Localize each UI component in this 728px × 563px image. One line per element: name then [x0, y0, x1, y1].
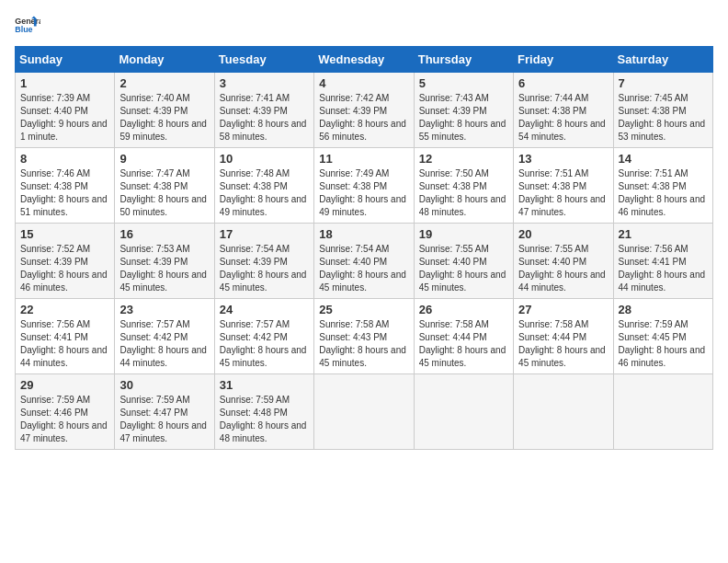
- calendar-cell: 11Sunrise: 7:49 AMSunset: 4:38 PMDayligh…: [314, 148, 414, 224]
- day-info: Sunrise: 7:59 AMSunset: 4:46 PMDaylight:…: [20, 395, 108, 443]
- day-number: 18: [319, 227, 408, 241]
- day-number: 7: [619, 76, 708, 90]
- day-info: Sunrise: 7:41 AMSunset: 4:39 PMDaylight:…: [220, 93, 307, 142]
- day-number: 6: [518, 76, 608, 90]
- calendar-cell: 9Sunrise: 7:47 AMSunset: 4:38 PMDaylight…: [115, 148, 214, 224]
- day-info: Sunrise: 7:57 AMSunset: 4:42 PMDaylight:…: [119, 319, 207, 368]
- calendar-cell: 29Sunrise: 7:59 AMSunset: 4:46 PMDayligh…: [16, 374, 115, 450]
- calendar-cell: 19Sunrise: 7:55 AMSunset: 4:40 PMDayligh…: [414, 224, 513, 299]
- day-info: Sunrise: 7:54 AMSunset: 4:39 PMDaylight:…: [220, 244, 307, 293]
- day-info: Sunrise: 7:59 AMSunset: 4:48 PMDaylight:…: [220, 395, 307, 443]
- day-number: 5: [419, 76, 508, 90]
- header-tuesday: Tuesday: [214, 47, 313, 73]
- calendar-cell: 26Sunrise: 7:58 AMSunset: 4:44 PMDayligh…: [414, 299, 513, 374]
- day-number: 28: [619, 303, 708, 316]
- calendar-cell: 13Sunrise: 7:51 AMSunset: 4:38 PMDayligh…: [514, 148, 613, 224]
- day-info: Sunrise: 7:53 AMSunset: 4:39 PMDaylight:…: [119, 244, 207, 293]
- day-info: Sunrise: 7:40 AMSunset: 4:39 PMDaylight:…: [119, 93, 207, 142]
- calendar-week-row: 29Sunrise: 7:59 AMSunset: 4:46 PMDayligh…: [16, 374, 713, 450]
- calendar-cell: 18Sunrise: 7:54 AMSunset: 4:40 PMDayligh…: [314, 224, 414, 299]
- day-info: Sunrise: 7:46 AMSunset: 4:38 PMDaylight:…: [20, 168, 108, 217]
- header-monday: Monday: [115, 47, 214, 73]
- day-info: Sunrise: 7:49 AMSunset: 4:38 PMDaylight:…: [319, 168, 406, 217]
- header-friday: Friday: [514, 47, 613, 73]
- day-info: Sunrise: 7:44 AMSunset: 4:38 PMDaylight:…: [518, 93, 606, 142]
- calendar-cell: 23Sunrise: 7:57 AMSunset: 4:42 PMDayligh…: [115, 299, 214, 374]
- day-info: Sunrise: 7:55 AMSunset: 4:40 PMDaylight:…: [419, 244, 506, 293]
- svg-text:Blue: Blue: [15, 25, 32, 34]
- day-number: 29: [20, 378, 109, 392]
- calendar-cell: 15Sunrise: 7:52 AMSunset: 4:39 PMDayligh…: [16, 224, 115, 299]
- day-number: 21: [619, 227, 708, 241]
- day-number: 11: [319, 152, 408, 166]
- day-info: Sunrise: 7:47 AMSunset: 4:38 PMDaylight:…: [119, 168, 207, 217]
- calendar-week-row: 8Sunrise: 7:46 AMSunset: 4:38 PMDaylight…: [16, 148, 713, 224]
- day-number: 8: [20, 152, 109, 166]
- calendar-cell: [414, 374, 513, 450]
- day-info: Sunrise: 7:58 AMSunset: 4:43 PMDaylight:…: [319, 319, 406, 368]
- header-wednesday: Wednesday: [314, 47, 414, 73]
- day-number: 25: [319, 303, 408, 316]
- header-saturday: Saturday: [613, 47, 712, 73]
- calendar-cell: 31Sunrise: 7:59 AMSunset: 4:48 PMDayligh…: [214, 374, 313, 450]
- day-number: 4: [319, 76, 408, 90]
- day-info: Sunrise: 7:54 AMSunset: 4:40 PMDaylight:…: [319, 244, 406, 293]
- calendar-cell: [613, 374, 712, 450]
- calendar-cell: 7Sunrise: 7:45 AMSunset: 4:38 PMDaylight…: [613, 73, 712, 148]
- day-info: Sunrise: 7:52 AMSunset: 4:39 PMDaylight:…: [20, 244, 108, 293]
- calendar-cell: 8Sunrise: 7:46 AMSunset: 4:38 PMDaylight…: [16, 148, 115, 224]
- logo-icon: General Blue: [15, 15, 40, 35]
- day-number: 22: [20, 303, 109, 316]
- day-number: 31: [220, 378, 309, 392]
- calendar-cell: 28Sunrise: 7:59 AMSunset: 4:45 PMDayligh…: [613, 299, 712, 374]
- day-info: Sunrise: 7:39 AMSunset: 4:40 PMDaylight:…: [20, 93, 108, 142]
- calendar-cell: [514, 374, 613, 450]
- day-info: Sunrise: 7:57 AMSunset: 4:42 PMDaylight:…: [220, 319, 307, 368]
- page-header: General Blue: [15, 15, 713, 35]
- day-info: Sunrise: 7:43 AMSunset: 4:39 PMDaylight:…: [419, 93, 506, 142]
- day-number: 27: [518, 303, 608, 316]
- calendar-cell: [314, 374, 414, 450]
- day-info: Sunrise: 7:45 AMSunset: 4:38 PMDaylight:…: [619, 93, 706, 142]
- day-number: 12: [419, 152, 508, 166]
- day-info: Sunrise: 7:56 AMSunset: 4:41 PMDaylight:…: [20, 319, 108, 368]
- day-info: Sunrise: 7:51 AMSunset: 4:38 PMDaylight:…: [619, 168, 706, 217]
- calendar-week-row: 22Sunrise: 7:56 AMSunset: 4:41 PMDayligh…: [16, 299, 713, 374]
- day-number: 19: [419, 227, 508, 241]
- day-number: 2: [119, 76, 209, 90]
- day-info: Sunrise: 7:48 AMSunset: 4:38 PMDaylight:…: [220, 168, 307, 217]
- calendar-cell: 25Sunrise: 7:58 AMSunset: 4:43 PMDayligh…: [314, 299, 414, 374]
- calendar-cell: 20Sunrise: 7:55 AMSunset: 4:40 PMDayligh…: [514, 224, 613, 299]
- calendar-cell: 30Sunrise: 7:59 AMSunset: 4:47 PMDayligh…: [115, 374, 214, 450]
- calendar-cell: 14Sunrise: 7:51 AMSunset: 4:38 PMDayligh…: [613, 148, 712, 224]
- day-info: Sunrise: 7:51 AMSunset: 4:38 PMDaylight:…: [518, 168, 606, 217]
- day-info: Sunrise: 7:55 AMSunset: 4:40 PMDaylight:…: [518, 244, 606, 293]
- calendar-cell: 6Sunrise: 7:44 AMSunset: 4:38 PMDaylight…: [514, 73, 613, 148]
- calendar-cell: 3Sunrise: 7:41 AMSunset: 4:39 PMDaylight…: [214, 73, 313, 148]
- day-number: 3: [220, 76, 309, 90]
- day-info: Sunrise: 7:58 AMSunset: 4:44 PMDaylight:…: [518, 319, 606, 368]
- day-info: Sunrise: 7:56 AMSunset: 4:41 PMDaylight:…: [619, 244, 706, 293]
- day-number: 20: [518, 227, 608, 241]
- calendar-week-row: 1Sunrise: 7:39 AMSunset: 4:40 PMDaylight…: [16, 73, 713, 148]
- header-sunday: Sunday: [16, 47, 115, 73]
- day-number: 23: [119, 303, 209, 316]
- day-info: Sunrise: 7:42 AMSunset: 4:39 PMDaylight:…: [319, 93, 406, 142]
- calendar-cell: 10Sunrise: 7:48 AMSunset: 4:38 PMDayligh…: [214, 148, 313, 224]
- calendar-cell: 5Sunrise: 7:43 AMSunset: 4:39 PMDaylight…: [414, 73, 513, 148]
- day-number: 26: [419, 303, 508, 316]
- calendar-header-row: SundayMondayTuesdayWednesdayThursdayFrid…: [16, 47, 713, 73]
- day-info: Sunrise: 7:58 AMSunset: 4:44 PMDaylight:…: [419, 319, 506, 368]
- day-number: 13: [518, 152, 608, 166]
- calendar-cell: 1Sunrise: 7:39 AMSunset: 4:40 PMDaylight…: [16, 73, 115, 148]
- calendar-week-row: 15Sunrise: 7:52 AMSunset: 4:39 PMDayligh…: [16, 224, 713, 299]
- calendar-cell: 27Sunrise: 7:58 AMSunset: 4:44 PMDayligh…: [514, 299, 613, 374]
- calendar-cell: 17Sunrise: 7:54 AMSunset: 4:39 PMDayligh…: [214, 224, 313, 299]
- calendar-cell: 12Sunrise: 7:50 AMSunset: 4:38 PMDayligh…: [414, 148, 513, 224]
- day-number: 1: [20, 76, 109, 90]
- logo: General Blue: [15, 15, 40, 35]
- day-info: Sunrise: 7:50 AMSunset: 4:38 PMDaylight:…: [419, 168, 506, 217]
- calendar-cell: 4Sunrise: 7:42 AMSunset: 4:39 PMDaylight…: [314, 73, 414, 148]
- calendar-table: SundayMondayTuesdayWednesdayThursdayFrid…: [15, 46, 713, 450]
- calendar-cell: 21Sunrise: 7:56 AMSunset: 4:41 PMDayligh…: [613, 224, 712, 299]
